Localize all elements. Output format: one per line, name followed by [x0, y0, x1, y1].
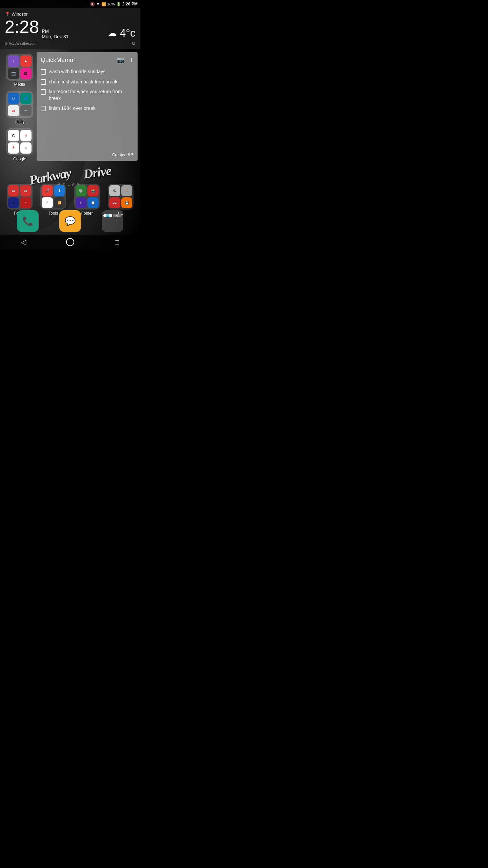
calendar-icon[interactable]: 31 [8, 105, 19, 117]
qm-checkbox-4[interactable] [41, 106, 46, 111]
qm-item-1[interactable]: wash with fluoride sundays [41, 68, 134, 75]
messages-icon: 💬 [65, 216, 76, 226]
folder-tools-grid[interactable]: 🎤 ⬇ ✓ 📶 [40, 184, 66, 210]
cloud-icon: ☁ [107, 27, 117, 39]
status-icons: 🔇 ▼ 📶 18% 🔋 2:28 PM [90, 2, 138, 6]
qm-checkbox-1[interactable] [41, 69, 46, 75]
weather-location: 📍 Windsor [5, 12, 136, 17]
maps-icon[interactable]: 📍 [8, 142, 19, 154]
weather-day: Mon, Dec 31 [42, 34, 68, 39]
lg-backup-icon[interactable]: 💾 [121, 197, 133, 209]
quickmemo-widget[interactable]: QuickMemo+ 📷 + wash with fluoride sunday… [37, 52, 138, 161]
camera-icon[interactable]: 📷 [8, 68, 19, 79]
lg-power-icon[interactable]: ⏻ [109, 185, 120, 196]
folder-second-grid[interactable]: 🐘 📸 ⬆ 📋 [74, 184, 100, 210]
lg-brand-icon[interactable]: LG [109, 197, 120, 209]
quickmemo-footer: Created 6-5 [112, 153, 134, 157]
lg-run-icon[interactable]: 🏃 [121, 185, 133, 196]
folder-lastfm-grid[interactable]: as as ♨ F [7, 184, 33, 210]
refresh-icon[interactable]: ↻ [131, 41, 136, 46]
folder-lg-grid[interactable]: ⏻ 🏃 LG 💾 [108, 184, 134, 210]
phone-icon: 📞 [22, 216, 33, 226]
google-folder-label: Google [13, 157, 26, 161]
qm-text-4: finish 1984 over break [49, 105, 96, 112]
battery-percent: 18% [107, 2, 115, 6]
qm-checkbox-3[interactable] [41, 89, 46, 95]
qm-checkbox-2[interactable] [41, 79, 46, 85]
settings-dock-icon[interactable]: ⚙ [113, 214, 122, 217]
media-folder-grid[interactable]: ♪ ▶ 📷 🖼 [6, 54, 33, 81]
lastfm-icon-1[interactable]: as [8, 185, 19, 196]
quickmemo-camera-icon[interactable]: 📷 [117, 56, 124, 64]
qm-text-1: wash with fluoride sundays [49, 68, 105, 75]
download-icon[interactable]: ⬇ [54, 185, 65, 196]
fender-icon[interactable]: F [20, 197, 31, 209]
qm-item-3[interactable]: lab report for when you return from brea… [41, 88, 134, 102]
photos-icon[interactable]: 🖼 [20, 68, 32, 79]
mute-icon: 🔇 [90, 2, 95, 6]
phone-app[interactable]: 📞 [17, 210, 39, 232]
copy-icon[interactable]: 📋 [87, 197, 99, 209]
photo-icon[interactable]: 📸 [87, 185, 99, 196]
lastfm-icon-2[interactable]: as [20, 185, 31, 196]
google-icon[interactable]: G [8, 130, 19, 141]
qm-text-3: lab report for when you return from brea… [49, 88, 134, 102]
qm-item-4[interactable]: finish 1984 over break [41, 105, 134, 112]
drive-icon[interactable]: △ [20, 142, 32, 154]
battery-icon: 🔋 [116, 2, 121, 6]
signal-icon: 📶 [101, 2, 106, 6]
home-button[interactable] [62, 235, 79, 249]
messages-app[interactable]: 💬 [59, 210, 81, 232]
utility-folder-grid[interactable]: @ 👤 31 ✏ [6, 91, 33, 118]
location-pin-icon: 📍 [5, 12, 10, 17]
quickmemo-title: QuickMemo+ [41, 57, 77, 64]
status-bar: 🔇 ▼ 📶 18% 🔋 2:28 PM [0, 0, 140, 8]
quickmemo-header-icons: 📷 + [117, 56, 134, 64]
back-button[interactable]: ◁ [15, 235, 32, 249]
recent-button[interactable]: □ [108, 235, 125, 249]
gmail-icon[interactable]: M [20, 130, 32, 141]
weather-widget: 📍 Windsor 2:28 PM Mon, Dec 31 ☁ 4°c ⚙ Ac… [0, 8, 140, 49]
email-icon[interactable]: @ [8, 93, 19, 104]
check-icon[interactable]: ✓ [42, 197, 53, 209]
quickmemo-header: QuickMemo+ 📷 + [41, 56, 134, 64]
weather-ampm: PM [42, 28, 68, 34]
music-icon[interactable]: ♪ [8, 55, 19, 67]
dock: 📞 💬 🌐 ⚙ [0, 208, 140, 235]
dock-folder[interactable]: 🌐 ⚙ [102, 210, 123, 232]
wifi-icon: ▼ [96, 2, 100, 6]
mic-icon[interactable]: 🎤 [42, 185, 53, 196]
quickmemo-add-icon[interactable]: + [129, 56, 134, 64]
qm-text-2: chem test when back from break [49, 79, 117, 85]
google-folder[interactable]: G M 📍 △ Google [3, 128, 37, 161]
notes-icon[interactable]: ✏ [20, 105, 32, 117]
media-folder[interactable]: ♪ ▶ 📷 🖼 Media [3, 54, 37, 87]
weather-time: 2:28 [5, 18, 39, 36]
clock: 2:28 PM [122, 2, 138, 6]
wifi-manager-icon[interactable]: 📶 [54, 197, 65, 209]
evernote-icon[interactable]: 🐘 [76, 185, 87, 196]
quickmemo-created: Created 6-5 [112, 153, 134, 157]
utility-folder-label: Utility [15, 119, 24, 124]
chrome-dock-icon[interactable]: 🌐 [103, 214, 112, 217]
nav-bar: ◁ □ [0, 235, 140, 250]
youtube-icon[interactable]: ▶ [20, 55, 32, 67]
contacts-icon[interactable]: 👤 [20, 93, 32, 104]
accu-weather-label: ⚙ AccuWeather.com [5, 42, 36, 45]
google-folder-grid[interactable]: G M 📍 △ [6, 128, 33, 155]
xfer-icon[interactable]: ⬆ [76, 197, 87, 209]
steam-icon[interactable]: ♨ [8, 197, 19, 209]
media-folder-label: Media [14, 82, 25, 87]
qm-item-2[interactable]: chem test when back from break [41, 79, 134, 85]
weather-temp: 4°c [120, 27, 136, 39]
utility-folder[interactable]: @ 👤 31 ✏ Utility [3, 91, 37, 124]
